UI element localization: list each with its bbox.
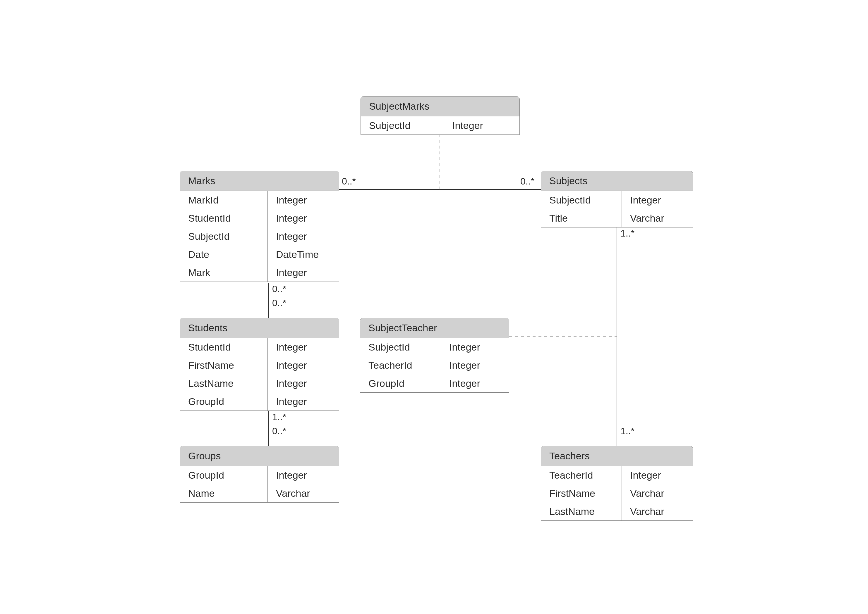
- col-type: Integer: [268, 338, 315, 356]
- col-name: StudentId: [180, 338, 268, 356]
- col-type: Integer: [268, 466, 315, 484]
- entity-row: FirstName Varchar: [541, 484, 693, 502]
- col-name: Date: [180, 245, 268, 264]
- entity-title: Students: [180, 318, 339, 338]
- col-name: SubjectId: [361, 116, 444, 135]
- entity-body: StudentId Integer FirstName Integer Last…: [180, 338, 339, 411]
- mult-marks-subjects-right: 0..*: [520, 176, 534, 187]
- col-type: Integer: [441, 356, 488, 374]
- entity-row: SubjectId Integer: [360, 338, 509, 356]
- entity-row: GroupId Integer: [180, 466, 339, 484]
- col-name: Mark: [180, 264, 268, 282]
- entity-marks: Marks MarkId Integer StudentId Integer S…: [180, 171, 339, 282]
- col-type: Integer: [268, 374, 315, 392]
- col-type: DateTime: [268, 245, 327, 264]
- entity-title: Subjects: [541, 171, 693, 191]
- col-name: GroupId: [360, 374, 441, 392]
- entity-subjects: Subjects SubjectId Integer Title Varchar: [541, 171, 693, 228]
- entity-row: StudentId Integer: [180, 338, 339, 356]
- er-diagram-canvas: SubjectMarks SubjectId Integer Marks Mar…: [0, 0, 868, 614]
- entity-body: SubjectId Integer: [361, 116, 520, 135]
- entity-body: TeacherId Integer FirstName Varchar Last…: [541, 466, 693, 521]
- col-type: Integer: [268, 392, 315, 411]
- mult-subjects-teachers-bottom: 1..*: [621, 426, 635, 437]
- entity-body: GroupId Integer Name Varchar: [180, 466, 339, 502]
- col-type: Integer: [268, 227, 315, 245]
- mult-students-groups-top: 1..*: [272, 412, 286, 422]
- col-type: Integer: [268, 356, 315, 374]
- entity-row: SubjectId Integer: [180, 227, 339, 245]
- entity-row: FirstName Integer: [180, 356, 339, 374]
- entity-row: MarkId Integer: [180, 191, 339, 209]
- entity-row: Name Varchar: [180, 484, 339, 502]
- col-name: GroupId: [180, 466, 268, 484]
- col-type: Integer: [441, 338, 488, 356]
- entity-row: Title Varchar: [541, 209, 693, 227]
- col-name: LastName: [180, 374, 268, 392]
- mult-marks-subjects-left: 0..*: [342, 176, 356, 187]
- col-name: Name: [180, 484, 268, 502]
- col-type: Integer: [268, 191, 315, 209]
- col-name: Title: [541, 209, 622, 227]
- entity-row: LastName Varchar: [541, 502, 693, 521]
- mult-students-groups-bottom: 0..*: [272, 426, 286, 437]
- col-name: TeacherId: [541, 466, 622, 484]
- entity-row: TeacherId Integer: [541, 466, 693, 484]
- entity-groups: Groups GroupId Integer Name Varchar: [180, 446, 339, 502]
- entity-row: SubjectId Integer: [361, 116, 520, 135]
- entity-row: StudentId Integer: [180, 209, 339, 227]
- entity-row: GroupId Integer: [360, 374, 509, 392]
- entity-row: LastName Integer: [180, 374, 339, 392]
- entity-teachers: Teachers TeacherId Integer FirstName Var…: [541, 446, 693, 521]
- col-name: TeacherId: [360, 356, 441, 374]
- col-name: SubjectId: [360, 338, 441, 356]
- col-type: Integer: [622, 466, 669, 484]
- col-type: Varchar: [622, 484, 672, 502]
- col-name: StudentId: [180, 209, 268, 227]
- entity-title: Groups: [180, 446, 339, 466]
- entity-row: SubjectId Integer: [541, 191, 693, 209]
- entity-row: Mark Integer: [180, 264, 339, 282]
- col-type: Varchar: [622, 502, 672, 521]
- entity-title: SubjectMarks: [361, 96, 520, 116]
- col-type: Integer: [441, 374, 488, 392]
- entity-title: Marks: [180, 171, 339, 191]
- entity-title: Teachers: [541, 446, 693, 466]
- entity-subjectteacher: SubjectTeacher SubjectId Integer Teacher…: [360, 318, 509, 393]
- entity-subjectmarks: SubjectMarks SubjectId Integer: [361, 96, 520, 135]
- col-name: MarkId: [180, 191, 268, 209]
- entity-row: TeacherId Integer: [360, 356, 509, 374]
- col-name: GroupId: [180, 392, 268, 411]
- mult-marks-students-bottom: 0..*: [272, 298, 286, 309]
- col-name: FirstName: [541, 484, 622, 502]
- col-name: FirstName: [180, 356, 268, 374]
- col-type: Integer: [622, 191, 669, 209]
- entity-title: SubjectTeacher: [360, 318, 509, 338]
- col-name: SubjectId: [541, 191, 622, 209]
- col-type: Integer: [444, 116, 492, 135]
- col-type: Varchar: [622, 209, 672, 227]
- col-name: LastName: [541, 502, 622, 521]
- entity-row: GroupId Integer: [180, 392, 339, 411]
- col-name: SubjectId: [180, 227, 268, 245]
- entity-body: SubjectId Integer TeacherId Integer Grou…: [360, 338, 509, 392]
- connectors-layer: [0, 0, 868, 614]
- mult-subjects-teachers-top: 1..*: [621, 228, 635, 239]
- col-type: Integer: [268, 264, 315, 282]
- mult-marks-students-top: 0..*: [272, 284, 286, 295]
- col-type: Varchar: [268, 484, 318, 502]
- entity-body: SubjectId Integer Title Varchar: [541, 191, 693, 227]
- entity-students: Students StudentId Integer FirstName Int…: [180, 318, 339, 411]
- col-type: Integer: [268, 209, 315, 227]
- entity-row: Date DateTime: [180, 245, 339, 264]
- entity-body: MarkId Integer StudentId Integer Subject…: [180, 191, 339, 282]
